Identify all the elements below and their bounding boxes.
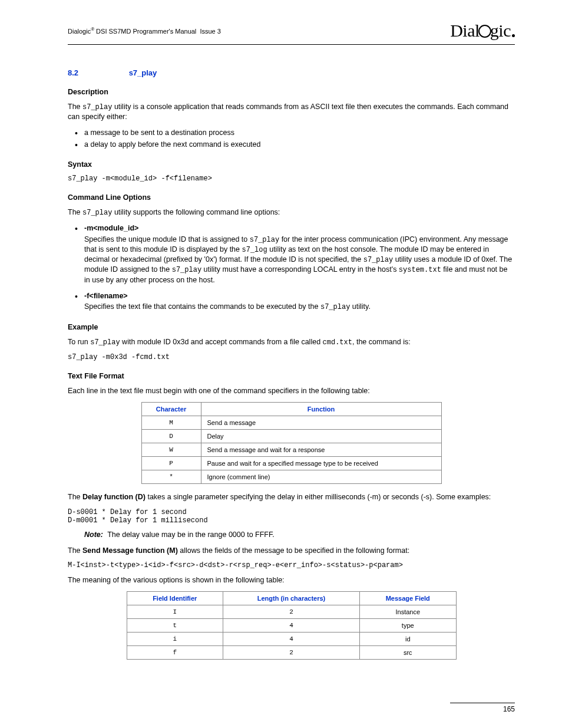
header-title: Dialogic® DSI SS7MD Programmer's Manual … (68, 27, 221, 35)
syntax-heading: Syntax (68, 160, 515, 169)
send-code: M-I<inst>-t<type>-i<id>-f<src>-d<dst>-r<… (68, 561, 515, 569)
note: Note: The delay value may be in the rang… (84, 531, 515, 539)
logo-text-2: gic (490, 21, 511, 40)
description-bullets: a message to be sent to a destination pr… (68, 128, 515, 150)
table-header-row: Field Identifier Length (in characters) … (127, 592, 456, 605)
table-row: f2src (127, 646, 456, 660)
note-text: The delay value may be in the range 0000… (107, 531, 275, 539)
page: Dialogic® DSI SS7MD Programmer's Manual … (0, 0, 562, 728)
table-row: I2Instance (127, 605, 456, 619)
section-title: s7_play (129, 68, 157, 77)
command-specifier-table: Character Function MSend a message DDela… (141, 402, 442, 484)
table-row: PPause and wait for a specified message … (141, 456, 441, 470)
option-item: -f<filename> Specifies the text file tha… (68, 291, 515, 312)
table-row: WSend a message and wait for a response (141, 443, 441, 456)
table-row: DDelay (141, 429, 441, 443)
table-header: Message Field (360, 592, 457, 605)
options-intro: The s7_play utility supports the followi… (68, 207, 515, 218)
fileformat-intro: Each line in the text file must begin wi… (68, 386, 515, 396)
option-name: -m<module_id> (84, 223, 515, 233)
options-list: -m<module_id> Specifies the unique modul… (68, 223, 515, 312)
example-code: s7_play -m0x3d -fcmd.txt (68, 353, 515, 361)
delay-text: The Delay function (D) takes a single pa… (68, 492, 515, 502)
delay-code: D-s0001 * Delay for 1 second D-m0001 * D… (68, 508, 515, 525)
options-heading: Command Line Options (68, 193, 515, 202)
page-number: 165 (503, 705, 515, 713)
section-number: 8.2 (68, 68, 127, 77)
send-text: The Send Message function (M) allows the… (68, 546, 515, 556)
page-footer: 165 (450, 703, 515, 713)
table-header: Function (201, 402, 441, 416)
logo-ring-icon (478, 25, 491, 38)
bullet-item: a message to be sent to a destination pr… (68, 128, 515, 138)
example-text: To run s7_play with module ID 0x3d and a… (68, 337, 515, 347)
table-row: t4type (127, 619, 456, 633)
table-row: *Ignore (comment line) (141, 470, 441, 483)
description-heading: Description (68, 88, 515, 96)
logo-dot-icon (512, 34, 515, 37)
note-label: Note: (84, 531, 103, 539)
table-header: Length (in characters) (223, 592, 359, 605)
table-header-row: Character Function (141, 402, 441, 416)
page-header: Dialogic® DSI SS7MD Programmer's Manual … (68, 21, 515, 45)
syntax-code: s7_play -m<module_id> -f<filename> (68, 174, 515, 183)
bullet-item: a delay to apply before the next command… (68, 140, 515, 150)
description-text: The s7_play utility is a console applica… (68, 102, 515, 122)
fileformat-heading: Text File Format (68, 372, 515, 380)
table-header: Character (141, 402, 201, 416)
section-heading: 8.2 s7_play (68, 68, 515, 77)
option-desc: Specifies the text file that contains th… (84, 302, 515, 312)
example-heading: Example (68, 323, 515, 331)
option-desc: Specifies the unique module ID that is a… (84, 235, 515, 285)
table-row: MSend a message (141, 416, 441, 429)
option-item: -m<module_id> Specifies the unique modul… (68, 223, 515, 285)
option-name: -f<filename> (84, 291, 515, 301)
table-header: Field Identifier (127, 592, 223, 605)
table-row: i4id (127, 633, 456, 646)
field-identifier-table: Field Identifier Length (in characters) … (127, 591, 457, 660)
logo: Dialgic (450, 21, 515, 41)
send-meaning: The meaning of the various options is sh… (68, 575, 515, 585)
logo-text-1: Dial (450, 21, 480, 40)
